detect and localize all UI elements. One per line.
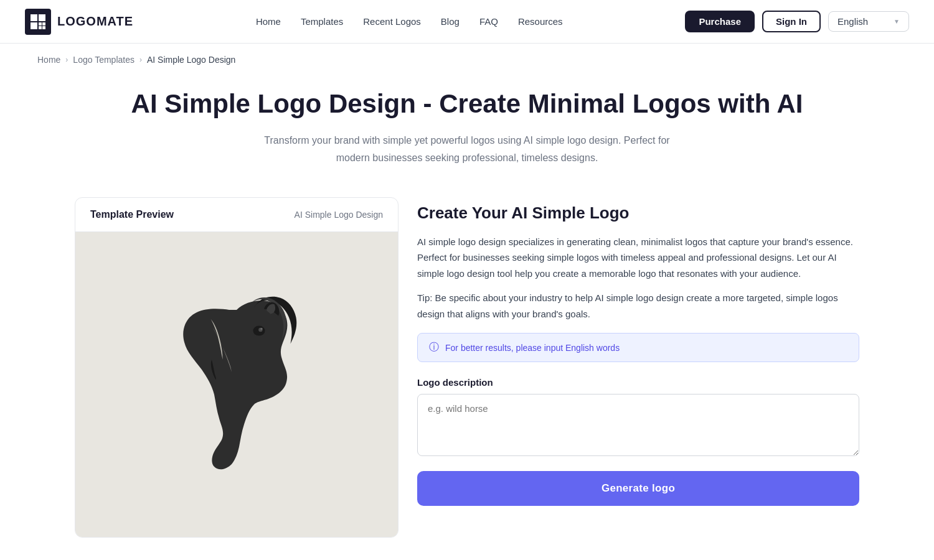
nav-templates[interactable]: Templates	[301, 16, 343, 27]
nav-resources[interactable]: Resources	[518, 16, 563, 27]
main-nav: Home Templates Recent Logos Blog FAQ Res…	[256, 16, 563, 27]
create-tip: Tip: Be specific about your industry to …	[417, 290, 859, 322]
nav-blog[interactable]: Blog	[441, 16, 460, 27]
info-icon: ⓘ	[429, 341, 439, 354]
panel-header: Template Preview AI Simple Logo Design	[75, 198, 398, 232]
horse-logo-image	[137, 285, 336, 484]
template-preview-panel: Template Preview AI Simple Logo Design	[75, 197, 399, 538]
logo-icon	[25, 9, 51, 35]
logo-description-textarea[interactable]	[417, 394, 859, 456]
svg-rect-1	[39, 14, 45, 21]
svg-rect-4	[42, 22, 45, 26]
hero-title: AI Simple Logo Design - Create Minimal L…	[37, 88, 897, 119]
logo-wordmark: LOGOMATE	[57, 14, 133, 29]
hero-subtitle: Transform your brand with simple yet pow…	[255, 132, 679, 166]
language-selector[interactable]: English ▼	[828, 11, 909, 32]
svg-rect-3	[39, 22, 42, 26]
purchase-button[interactable]: Purchase	[685, 11, 755, 32]
svg-rect-0	[31, 14, 37, 21]
breadcrumb-home[interactable]: Home	[37, 55, 60, 65]
nav-faq[interactable]: FAQ	[479, 16, 498, 27]
logo-desc-label: Logo description	[417, 377, 859, 388]
panel-template-name: AI Simple Logo Design	[295, 210, 383, 220]
breadcrumb: Home › Logo Templates › AI Simple Logo D…	[0, 44, 934, 76]
svg-rect-5	[39, 26, 42, 29]
hero-section: AI Simple Logo Design - Create Minimal L…	[0, 76, 934, 191]
create-description: AI simple logo design specializes in gen…	[417, 234, 859, 282]
main-content: Template Preview AI Simple Logo Design	[37, 191, 897, 560]
signin-button[interactable]: Sign In	[762, 11, 821, 32]
logo-preview-area	[75, 232, 398, 537]
chevron-down-icon: ▼	[894, 18, 900, 25]
info-banner-text: For better results, please input English…	[445, 343, 620, 353]
breadcrumb-current: AI Simple Logo Design	[147, 55, 235, 65]
logo[interactable]: LOGOMATE	[25, 9, 133, 35]
header-actions: Purchase Sign In English ▼	[685, 11, 909, 32]
generate-logo-button[interactable]: Generate logo	[417, 471, 859, 506]
svg-rect-6	[42, 26, 45, 29]
svg-rect-2	[31, 22, 37, 29]
info-banner: ⓘ For better results, please input Engli…	[417, 333, 859, 362]
svg-point-9	[260, 328, 262, 330]
create-heading: Create Your AI Simple Logo	[417, 203, 859, 223]
breadcrumb-logo-templates[interactable]: Logo Templates	[73, 55, 134, 65]
breadcrumb-sep-2: ›	[139, 55, 142, 64]
breadcrumb-sep-1: ›	[65, 55, 68, 64]
nav-recent-logos[interactable]: Recent Logos	[363, 16, 421, 27]
nav-home[interactable]: Home	[256, 16, 281, 27]
panel-heading: Template Preview	[90, 209, 174, 220]
language-label: English	[837, 16, 868, 27]
create-panel: Create Your AI Simple Logo AI simple log…	[417, 197, 859, 538]
